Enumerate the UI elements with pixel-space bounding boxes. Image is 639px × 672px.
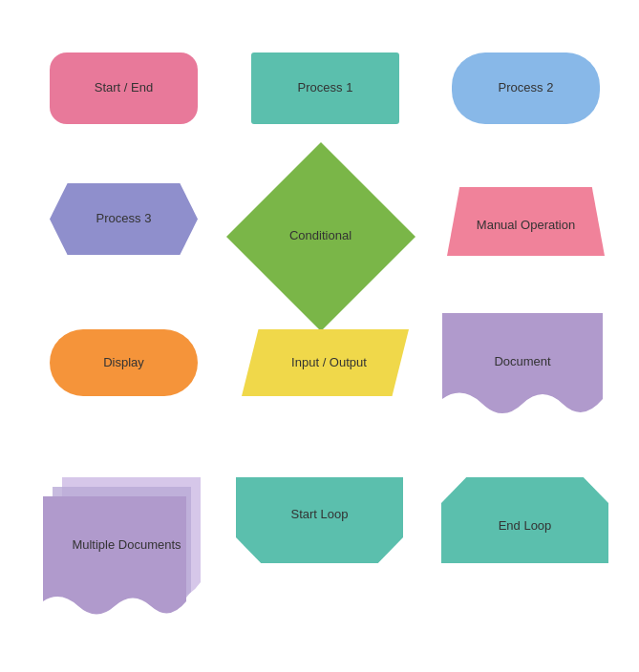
conditional-shape[interactable]: Conditional <box>232 148 409 325</box>
start-loop-label: Start Loop <box>291 507 349 535</box>
io-label: Input / Output <box>291 355 367 371</box>
process2-label: Process 2 <box>499 80 554 96</box>
process3-label: Process 3 <box>96 211 152 227</box>
process3-shape[interactable]: Process 3 <box>50 183 198 255</box>
end-loop-shape[interactable]: End Loop <box>441 477 608 563</box>
document-label: Document <box>442 313 603 409</box>
document-shape[interactable]: Document <box>442 313 603 423</box>
manual-op-label: Manual Operation <box>477 210 575 234</box>
process2-shape[interactable]: Process 2 <box>452 52 600 124</box>
end-loop-label: End Loop <box>499 507 552 535</box>
start-end-label: Start / End <box>95 80 153 96</box>
process1-shape[interactable]: Process 1 <box>251 52 399 124</box>
start-end-shape[interactable]: Start / End <box>50 52 198 124</box>
display-label: Display <box>103 355 144 371</box>
manual-op-shape[interactable]: Manual Operation <box>447 187 605 256</box>
start-loop-shape[interactable]: Start Loop <box>236 477 403 563</box>
conditional-label: Conditional <box>289 228 351 244</box>
multi-doc-label: Multiple Documents <box>38 468 215 620</box>
flowchart-canvas: Start / End Process 1 Process 2 Process … <box>0 0 639 672</box>
process1-label: Process 1 <box>298 80 353 96</box>
multi-doc-shape[interactable]: Multiple Documents <box>38 468 215 620</box>
display-shape[interactable]: Display <box>50 329 198 396</box>
io-shape[interactable]: Input / Output <box>242 329 409 396</box>
